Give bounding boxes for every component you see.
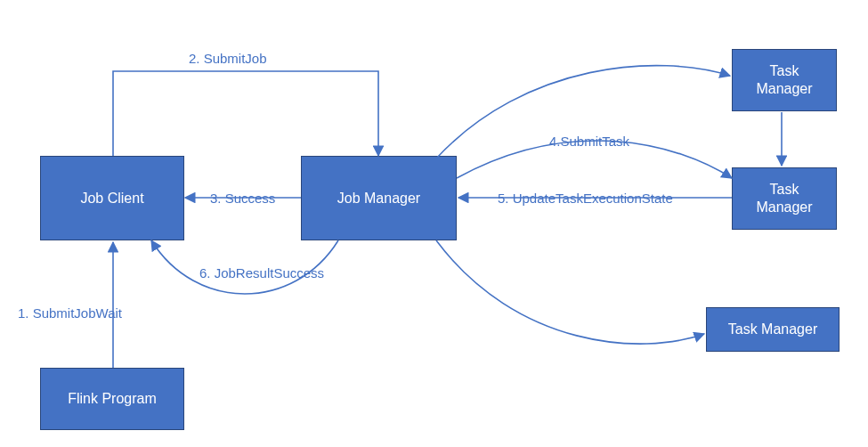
node-flink-program: Flink Program [40,368,184,430]
edge-label-1: 1. SubmitJobWait [18,305,122,321]
node-label: Job Client [80,190,143,207]
node-label: Task Manager [756,181,812,216]
edge-label-4: 4.SubmitTask [549,134,629,149]
node-label: Flink Program [68,390,157,408]
edge-label-2: 2. SubmitJob [189,51,267,66]
node-label: Job Manager [337,190,420,207]
edge-2 [113,71,378,156]
node-job-manager: Job Manager [301,156,457,240]
node-task-manager-3: Task Manager [706,307,840,352]
node-label: Task Manager [756,62,812,98]
edge-label-5: 5. UpdateTaskExecutionState [498,191,673,206]
node-task-manager-1: Task Manager [732,49,837,111]
node-task-manager-2: Task Manager [732,167,837,230]
edge-jm-tm3 [436,240,704,344]
node-label: Task Manager [728,321,818,338]
node-job-client: Job Client [40,156,184,240]
edge-label-6: 6. JobResultSuccess [199,265,324,280]
edge-label-3: 3. Success [210,191,275,206]
